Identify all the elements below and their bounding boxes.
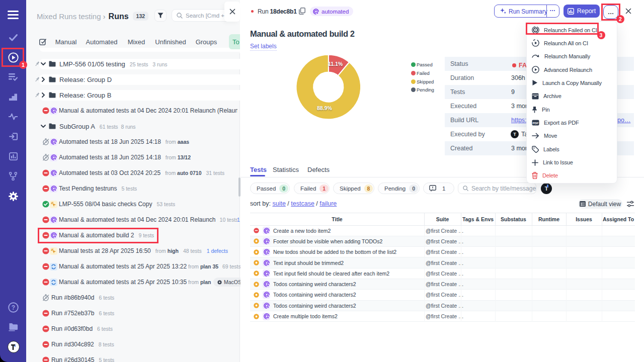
svg-text:PDF: PDF [533,122,539,125]
svg-text:?: ? [11,304,15,311]
